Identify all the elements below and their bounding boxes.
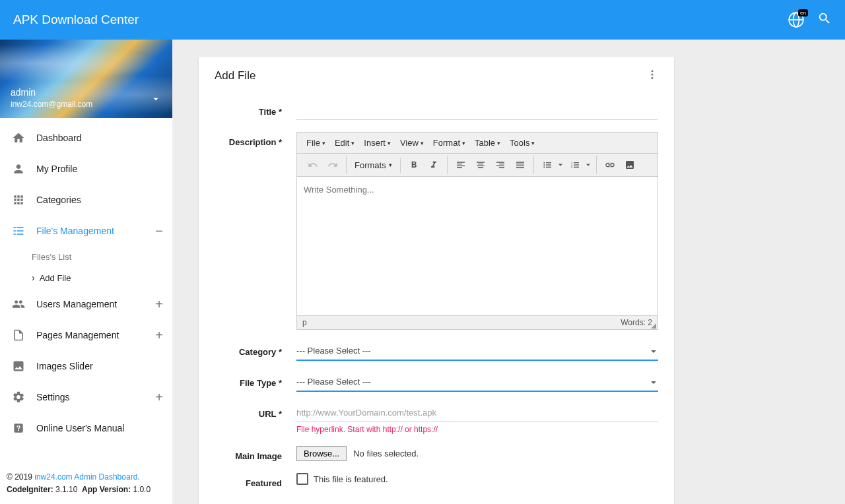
undo-icon [308, 160, 318, 170]
svg-text:3: 3 [571, 166, 573, 169]
lang-code-badge: en [798, 9, 808, 16]
sidebar-item-label: Categories [36, 195, 81, 205]
number-list-icon: 123 [570, 160, 580, 170]
card-header: Add File [199, 57, 674, 95]
more-vert-icon [646, 69, 658, 80]
title-input[interactable] [296, 102, 658, 120]
brand-title: APK Download Center [13, 13, 139, 27]
main-content: Add File Title * Description * File▾ Edi… [172, 40, 845, 504]
redo-icon [327, 160, 338, 170]
rich-text-editor: File▾ Edit▾ Insert▾ View▾ Format▾ Table▾… [296, 132, 658, 330]
gear-icon [11, 389, 26, 405]
align-center-button[interactable] [471, 156, 490, 174]
featured-text: This file is featured. [314, 474, 388, 484]
sidebar-item-categories[interactable]: Categories [0, 184, 172, 215]
language-switcher[interactable]: en [787, 11, 805, 29]
editor-menu-tools[interactable]: Tools▾ [506, 135, 539, 150]
svg-point-6 [652, 74, 654, 76]
sidebar-item-manual[interactable]: ? Online User's Manual [0, 412, 172, 443]
collapse-icon: − [155, 224, 163, 237]
editor-textarea[interactable]: Write Something... [297, 177, 658, 315]
image-icon [11, 358, 26, 374]
search-button[interactable] [817, 11, 832, 28]
number-list-caret[interactable] [584, 162, 592, 168]
svg-point-8 [543, 162, 545, 164]
svg-point-10 [543, 166, 545, 168]
align-left-button[interactable] [452, 156, 470, 174]
link-icon [605, 160, 615, 170]
browse-button[interactable]: Browse... [296, 446, 347, 461]
sidebar-item-settings[interactable]: Settings + [0, 381, 172, 412]
description-label: Description * [215, 132, 286, 147]
sidebar-sub-add-file[interactable]: ›Add File [32, 267, 172, 288]
add-file-card: Add File Title * Description * File▾ Edi… [199, 57, 674, 504]
sidebar-item-profile[interactable]: My Profile [0, 153, 172, 184]
help-icon: ? [11, 420, 26, 436]
editor-menu-insert[interactable]: Insert▾ [360, 135, 395, 150]
editor-path: p [302, 318, 621, 327]
editor-wordcount: Words: 2 [621, 318, 652, 327]
title-label: Title * [215, 102, 286, 117]
sidebar-item-label: Images Slider [36, 361, 93, 371]
url-helper: File hyperlink. Start with http:// or ht… [296, 425, 658, 434]
number-list-button[interactable]: 123 [566, 156, 584, 174]
sidebar-nav: Dashboard My Profile Categories File's M… [0, 118, 172, 462]
sidebar-item-label: My Profile [36, 164, 77, 174]
user-name: admin [11, 87, 162, 98]
sidebar-item-dashboard[interactable]: Dashboard [0, 122, 172, 153]
sidebar-item-files[interactable]: File's Management − [0, 215, 172, 246]
sidebar-submenu-files: Files's List ›Add File [0, 246, 172, 288]
italic-button[interactable] [424, 156, 443, 174]
formats-dropdown[interactable]: Formats▾ [351, 158, 396, 173]
expand-icon: + [155, 298, 163, 311]
editor-menu-file[interactable]: File▾ [302, 135, 329, 150]
grid-icon [11, 192, 26, 208]
link-button[interactable] [601, 156, 619, 174]
bold-button[interactable] [405, 156, 423, 174]
resize-handle-icon[interactable] [650, 322, 656, 329]
file-status-text: No files selected. [353, 449, 419, 458]
align-justify-icon [515, 160, 525, 170]
sidebar-item-images[interactable]: Images Slider [0, 350, 172, 381]
sidebar-user-panel[interactable]: admin inw24.com@gmail.com [0, 40, 172, 118]
editor-toolbar: Formats▾ [297, 154, 658, 177]
filetype-select[interactable]: --- Please Select --- [296, 373, 658, 392]
svg-point-7 [652, 77, 654, 79]
image-insert-button[interactable] [621, 156, 639, 174]
sidebar-item-label: Settings [36, 392, 70, 402]
align-right-button[interactable] [491, 156, 510, 174]
card-more-button[interactable] [646, 69, 658, 83]
category-label: Category * [215, 342, 286, 357]
editor-menu-format[interactable]: Format▾ [429, 135, 469, 150]
featured-checkbox[interactable] [296, 473, 308, 485]
bullet-list-button[interactable] [538, 156, 557, 174]
editor-menu-view[interactable]: View▾ [396, 135, 428, 150]
bullet-list-caret[interactable] [557, 162, 564, 168]
svg-text:?: ? [17, 424, 21, 432]
editor-menu-table[interactable]: Table▾ [471, 135, 504, 150]
footer-link[interactable]: inw24.com Admin Dashboard. [34, 472, 139, 482]
svg-point-9 [543, 164, 545, 166]
featured-label: Featured [215, 473, 286, 488]
mainimage-label: Main Image [215, 446, 286, 461]
align-right-icon [495, 160, 506, 170]
sidebar-sub-files-list[interactable]: Files's List [32, 246, 172, 267]
list-icon [11, 223, 26, 239]
sidebar-item-pages[interactable]: Pages Management + [0, 319, 172, 350]
person-icon [11, 161, 26, 177]
home-icon [11, 130, 26, 146]
editor-menu-edit[interactable]: Edit▾ [331, 135, 358, 150]
sidebar-item-label: Users Management [36, 299, 117, 309]
expand-icon: + [155, 329, 163, 342]
redo-button[interactable] [323, 156, 342, 174]
card-title: Add File [215, 69, 255, 82]
undo-button[interactable] [304, 156, 322, 174]
sidebar-item-label: Dashboard [36, 133, 82, 143]
search-icon [817, 11, 832, 26]
url-input[interactable] [296, 404, 658, 422]
category-select[interactable]: --- Please Select --- [296, 342, 658, 361]
align-justify-button[interactable] [511, 156, 529, 174]
sidebar-item-label: File's Management [36, 226, 114, 236]
sidebar-item-users[interactable]: Users Management + [0, 288, 172, 319]
chevron-right-icon: › [32, 272, 35, 283]
